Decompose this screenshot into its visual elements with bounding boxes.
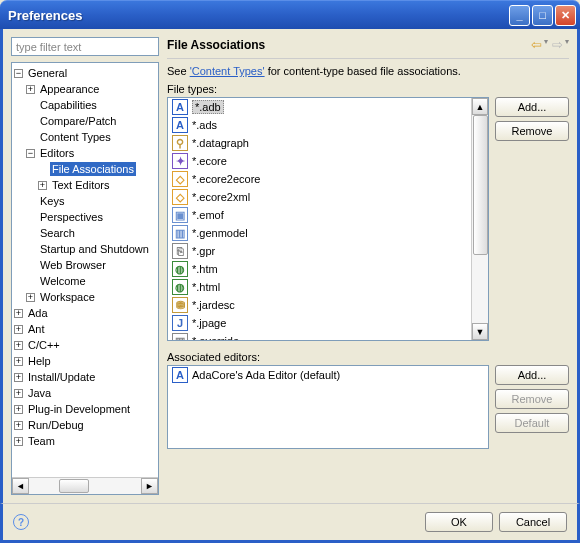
chevron-down-icon[interactable]: ▾ bbox=[565, 37, 569, 52]
tree-label[interactable]: Workspace bbox=[38, 290, 97, 304]
tree-item[interactable]: −General bbox=[14, 65, 156, 81]
tree-item[interactable]: +Team bbox=[14, 433, 156, 449]
tree-label[interactable]: Run/Debug bbox=[26, 418, 86, 432]
expand-icon[interactable]: + bbox=[14, 309, 23, 318]
list-item[interactable]: ⚲*.datagraph bbox=[168, 134, 488, 152]
tree-item[interactable]: +Ada bbox=[14, 305, 156, 321]
close-button[interactable]: ✕ bbox=[555, 5, 576, 26]
list-item[interactable]: J*.jpage bbox=[168, 314, 488, 332]
expand-icon[interactable]: + bbox=[38, 181, 47, 190]
tree-item[interactable]: Keys bbox=[14, 193, 156, 209]
list-item[interactable]: ◍*.html bbox=[168, 278, 488, 296]
collapse-icon[interactable]: − bbox=[14, 69, 23, 78]
list-item[interactable]: ▣*.emof bbox=[168, 206, 488, 224]
tree-label[interactable]: Startup and Shutdown bbox=[38, 242, 151, 256]
scroll-down-button[interactable]: ▼ bbox=[472, 323, 488, 340]
expand-icon[interactable]: + bbox=[14, 373, 23, 382]
tree-label[interactable]: C/C++ bbox=[26, 338, 62, 352]
scroll-track[interactable] bbox=[29, 478, 141, 494]
tree-label[interactable]: Install/Update bbox=[26, 370, 97, 384]
scroll-right-button[interactable]: ► bbox=[141, 478, 158, 494]
tree-label[interactable]: Java bbox=[26, 386, 53, 400]
tree-label[interactable]: Search bbox=[38, 226, 77, 240]
editors-listbox[interactable]: AAdaCore's Ada Editor (default) bbox=[167, 365, 489, 449]
tree-item[interactable]: +Appearance bbox=[14, 81, 156, 97]
add-editor-button[interactable]: Add... bbox=[495, 365, 569, 385]
list-item[interactable]: A*.adb bbox=[168, 98, 488, 116]
tree-label[interactable]: File Associations bbox=[50, 162, 136, 176]
tree-item[interactable]: Search bbox=[14, 225, 156, 241]
scroll-thumb[interactable] bbox=[59, 479, 89, 493]
expand-icon[interactable]: + bbox=[26, 85, 35, 94]
chevron-down-icon[interactable]: ▾ bbox=[544, 37, 548, 52]
add-filetype-button[interactable]: Add... bbox=[495, 97, 569, 117]
tree-item[interactable]: +Java bbox=[14, 385, 156, 401]
list-item[interactable]: ◇*.ecore2ecore bbox=[168, 170, 488, 188]
list-item[interactable]: AAdaCore's Ada Editor (default) bbox=[168, 366, 488, 384]
tree-item[interactable]: +Ant bbox=[14, 321, 156, 337]
forward-icon[interactable]: ⇨ bbox=[552, 37, 563, 52]
expand-icon[interactable]: + bbox=[14, 421, 23, 430]
filetypes-scrollbar[interactable]: ▲ ▼ bbox=[471, 98, 488, 340]
tree-label[interactable]: Plug-in Development bbox=[26, 402, 132, 416]
tree-item[interactable]: +Install/Update bbox=[14, 369, 156, 385]
tree-label[interactable]: Welcome bbox=[38, 274, 88, 288]
tree-item[interactable]: Web Browser bbox=[14, 257, 156, 273]
tree-label[interactable]: Ada bbox=[26, 306, 50, 320]
expand-icon[interactable]: + bbox=[14, 405, 23, 414]
tree-item[interactable]: Welcome bbox=[14, 273, 156, 289]
preference-tree[interactable]: −General+AppearanceCapabilitiesCompare/P… bbox=[12, 63, 158, 477]
maximize-button[interactable]: □ bbox=[532, 5, 553, 26]
list-item[interactable]: ▥*.override bbox=[168, 332, 488, 340]
tree-item[interactable]: −Editors bbox=[14, 145, 156, 161]
scroll-left-button[interactable]: ◄ bbox=[12, 478, 29, 494]
remove-filetype-button[interactable]: Remove bbox=[495, 121, 569, 141]
expand-icon[interactable]: + bbox=[14, 341, 23, 350]
list-item[interactable]: ✦*.ecore bbox=[168, 152, 488, 170]
tree-label[interactable]: General bbox=[26, 66, 69, 80]
scroll-track[interactable] bbox=[472, 115, 488, 323]
tree-item[interactable]: +Workspace bbox=[14, 289, 156, 305]
tree-label[interactable]: Web Browser bbox=[38, 258, 108, 272]
tree-item[interactable]: +Text Editors bbox=[14, 177, 156, 193]
cancel-button[interactable]: Cancel bbox=[499, 512, 567, 532]
tree-item[interactable]: +Help bbox=[14, 353, 156, 369]
scroll-thumb[interactable] bbox=[473, 115, 488, 255]
tree-item[interactable]: Startup and Shutdown bbox=[14, 241, 156, 257]
tree-label[interactable]: Ant bbox=[26, 322, 47, 336]
tree-label[interactable]: Compare/Patch bbox=[38, 114, 118, 128]
minimize-button[interactable]: _ bbox=[509, 5, 530, 26]
tree-item[interactable]: Content Types bbox=[14, 129, 156, 145]
list-item[interactable]: A*.ads bbox=[168, 116, 488, 134]
tree-item[interactable]: +Run/Debug bbox=[14, 417, 156, 433]
content-types-link[interactable]: 'Content Types' bbox=[190, 65, 265, 77]
scroll-up-button[interactable]: ▲ bbox=[472, 98, 488, 115]
tree-label[interactable]: Appearance bbox=[38, 82, 101, 96]
list-item[interactable]: ⎘*.gpr bbox=[168, 242, 488, 260]
tree-label[interactable]: Perspectives bbox=[38, 210, 105, 224]
tree-label[interactable]: Editors bbox=[38, 146, 76, 160]
tree-item[interactable]: +Plug-in Development bbox=[14, 401, 156, 417]
tree-item[interactable]: Capabilities bbox=[14, 97, 156, 113]
collapse-icon[interactable]: − bbox=[26, 149, 35, 158]
tree-item[interactable]: +C/C++ bbox=[14, 337, 156, 353]
tree-item[interactable]: File Associations bbox=[14, 161, 156, 177]
tree-item[interactable]: Compare/Patch bbox=[14, 113, 156, 129]
back-icon[interactable]: ⇦ bbox=[531, 37, 542, 52]
ok-button[interactable]: OK bbox=[425, 512, 493, 532]
tree-label[interactable]: Content Types bbox=[38, 130, 113, 144]
expand-icon[interactable]: + bbox=[14, 357, 23, 366]
tree-label[interactable]: Capabilities bbox=[38, 98, 99, 112]
expand-icon[interactable]: + bbox=[14, 437, 23, 446]
filter-input[interactable] bbox=[11, 37, 159, 56]
help-icon[interactable]: ? bbox=[13, 514, 29, 530]
list-item[interactable]: ◇*.ecore2xml bbox=[168, 188, 488, 206]
list-item[interactable]: ◍*.htm bbox=[168, 260, 488, 278]
filetypes-listbox[interactable]: A*.adbA*.ads⚲*.datagraph✦*.ecore◇*.ecore… bbox=[167, 97, 489, 341]
expand-icon[interactable]: + bbox=[14, 389, 23, 398]
tree-item[interactable]: Perspectives bbox=[14, 209, 156, 225]
tree-horizontal-scrollbar[interactable]: ◄ ► bbox=[12, 477, 158, 494]
expand-icon[interactable]: + bbox=[14, 325, 23, 334]
tree-label[interactable]: Text Editors bbox=[50, 178, 111, 192]
tree-label[interactable]: Keys bbox=[38, 194, 66, 208]
